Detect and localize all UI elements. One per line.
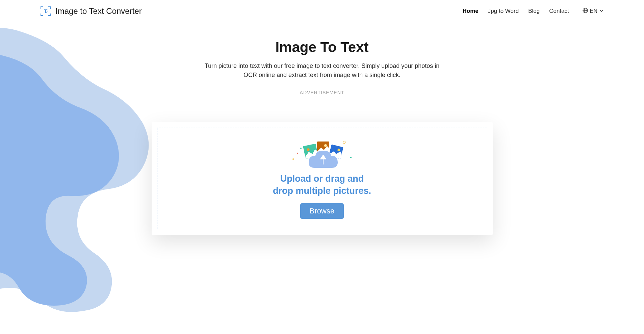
nav-blog[interactable]: Blog — [528, 8, 540, 15]
upload-illustration-icon — [290, 138, 354, 169]
brand-text: Image to Text Converter — [55, 6, 142, 16]
svg-point-11 — [324, 144, 327, 147]
page-description: Turn picture into text with our free ima… — [201, 61, 444, 80]
upload-card: Upload or drag and drop multiple picture… — [152, 122, 493, 235]
svg-point-4 — [343, 141, 345, 144]
main-nav: Home Jpg to Word Blog Contact EN — [463, 8, 603, 15]
drop-zone-text: Upload or drag and drop multiple picture… — [272, 173, 373, 197]
language-selector[interactable]: EN — [583, 8, 603, 15]
chevron-down-icon — [599, 8, 603, 14]
main-content: Image To Text Turn picture into text wit… — [0, 22, 644, 235]
advertisement-label: ADVERTISEMENT — [0, 90, 644, 95]
page-title: Image To Text — [0, 39, 644, 55]
nav-home[interactable]: Home — [463, 8, 479, 15]
drop-zone[interactable]: Upload or drag and drop multiple picture… — [157, 128, 487, 229]
nav-jpg-to-word[interactable]: Jpg to Word — [488, 8, 519, 15]
svg-rect-5 — [292, 158, 294, 160]
brand[interactable]: T Image to Text Converter — [41, 6, 142, 16]
browse-button[interactable]: Browse — [300, 203, 344, 219]
brand-logo-icon: T — [41, 6, 51, 16]
svg-point-7 — [300, 148, 302, 149]
globe-icon — [583, 8, 588, 15]
nav-contact[interactable]: Contact — [549, 8, 569, 15]
header: T Image to Text Converter Home Jpg to Wo… — [0, 0, 644, 22]
language-label: EN — [590, 8, 597, 14]
svg-rect-6 — [350, 157, 352, 158]
